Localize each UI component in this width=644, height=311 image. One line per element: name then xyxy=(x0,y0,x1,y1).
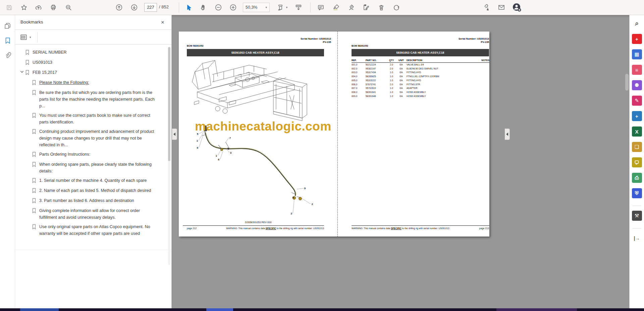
search-icon[interactable] xyxy=(63,2,74,13)
zoom-in-icon[interactable] xyxy=(227,2,239,13)
callout-number: 9 xyxy=(304,187,306,190)
bookmarks-options-menu[interactable]: ▾ xyxy=(20,33,35,42)
protect-icon[interactable]: ⛨ xyxy=(632,188,642,198)
page-number-input[interactable]: 227 xyxy=(144,3,157,12)
bookmarks-header: Bookmarks × xyxy=(15,15,171,30)
page-thumbnails-icon[interactable] xyxy=(0,18,15,33)
bookmark-icon xyxy=(32,128,36,136)
next-page-icon[interactable] xyxy=(128,2,140,13)
comments-tool-icon[interactable]: 🗩 xyxy=(632,157,642,167)
bookmark-item[interactable]: Use only original spare parts on Atlas C… xyxy=(15,223,171,237)
export-excel-icon[interactable]: X xyxy=(632,126,642,137)
bookmark-label: 1. Serial number of the machine 4. Quant… xyxy=(39,177,147,184)
callout-number: 2 xyxy=(312,203,313,206)
footer-rule xyxy=(352,225,489,226)
delete-icon[interactable] xyxy=(376,2,387,13)
bookmark-item[interactable]: FEB 15,2017 xyxy=(15,69,171,76)
chevron-down-icon[interactable] xyxy=(18,69,25,73)
bookmarks-scrollbar-thumb[interactable] xyxy=(168,47,170,161)
previous-page-icon[interactable] xyxy=(113,2,125,13)
bookmark-label: Parts Ordering Instructions: xyxy=(39,151,90,158)
table-row: 002.0953021472.0EAELBOW,90 DEG SWIVEL NU… xyxy=(352,67,489,71)
bom-number: BOM 58391053 xyxy=(352,45,368,47)
bookmarks-list: SERIAL NUMBERUS091013FEB 15,2017Please N… xyxy=(15,45,171,250)
callout-number: 7 xyxy=(229,137,231,140)
fit-page-icon[interactable]: ▾ xyxy=(275,2,290,13)
attachments-icon[interactable] xyxy=(0,48,15,63)
organize-pages-icon[interactable]: ❏ xyxy=(632,142,642,152)
bookmark-item[interactable]: You must use the correct parts book to m… xyxy=(15,112,171,125)
sign-pen-icon[interactable] xyxy=(346,2,357,13)
fill-sign-icon[interactable]: ✎ xyxy=(632,96,642,106)
collapse-right-panel-handle[interactable] xyxy=(505,128,510,140)
highlight-icon[interactable] xyxy=(331,2,342,13)
chevron-spacer xyxy=(18,49,25,50)
collapse-left-panel-handle[interactable] xyxy=(172,128,177,140)
scroll-mode-icon[interactable] xyxy=(293,2,304,13)
zoom-out-icon[interactable] xyxy=(213,2,224,13)
document-scrollbar-thumb[interactable] xyxy=(625,74,629,91)
bookmark-item[interactable]: 2. Name of each part as listed 5. Method… xyxy=(15,187,171,195)
bookmark-label: Be sure the parts list which you are ord… xyxy=(39,89,157,109)
more-tools-icon[interactable]: ⚒ xyxy=(632,211,642,221)
print-icon[interactable] xyxy=(48,2,59,13)
bookmark-label: FEB 15,2017 xyxy=(33,69,57,76)
bookmark-item[interactable]: SERIAL NUMBER xyxy=(15,49,171,56)
document-canvas[interactable]: Serial Number: US091013 PV-235 BOM 58391… xyxy=(172,15,629,309)
bookmarks-title: Bookmarks xyxy=(20,19,43,24)
bookmark-item[interactable]: 1. Serial number of the machine 4. Quant… xyxy=(15,177,171,185)
zoom-level-select[interactable]: 50,3%▾ xyxy=(243,3,270,12)
collapse-sidebar-icon[interactable]: |→ xyxy=(632,233,642,243)
technical-drawing xyxy=(179,32,338,237)
account-avatar[interactable] xyxy=(511,2,523,13)
bookmarks-icon[interactable] xyxy=(0,33,15,48)
bookmark-icon xyxy=(32,161,36,168)
bookmark-item[interactable]: Be sure the parts list which you are ord… xyxy=(15,89,171,109)
navigation-rail xyxy=(0,15,15,309)
taskbar-app-segment xyxy=(496,308,577,311)
select-tool-icon[interactable] xyxy=(183,2,195,13)
bookmark-label: Use only original spare parts on Atlas C… xyxy=(39,223,157,237)
rotate-icon[interactable] xyxy=(391,2,402,13)
close-icon[interactable]: × xyxy=(159,18,167,27)
sidebar-divider xyxy=(633,206,641,206)
bookmark-item[interactable]: US091013 xyxy=(15,59,171,66)
table-row: 007.0957026191.0EAADAPTER xyxy=(352,86,489,90)
footer-rule xyxy=(183,225,324,226)
request-signatures-icon[interactable]: ⚉ xyxy=(632,80,642,90)
bookmark-item[interactable]: When ordering spare parts, please clearl… xyxy=(15,161,171,174)
bookmark-label: US091013 xyxy=(33,59,52,66)
bookmark-item[interactable]: Please Note the Following: xyxy=(15,79,171,87)
save-icon[interactable] xyxy=(3,2,15,13)
page-212: Serial Number: US091013 PV-235 BOM 58391… xyxy=(179,32,338,237)
add-document-icon[interactable]: + xyxy=(632,111,642,121)
bookmark-item[interactable]: Parts Ordering Instructions: xyxy=(15,151,171,158)
share-link-icon[interactable] xyxy=(481,2,492,13)
hand-tool-icon[interactable] xyxy=(198,2,209,13)
bookmark-item[interactable]: 3. Part number as listed 6. Address and … xyxy=(15,197,171,205)
combine-files-icon[interactable]: ≡ xyxy=(632,65,642,75)
warning-text: WARNING: This manual contains data SPECI… xyxy=(226,227,324,229)
star-icon[interactable] xyxy=(18,2,30,13)
zoom-tools-icon[interactable]: ⌕ xyxy=(632,18,642,29)
toolbar-divider xyxy=(179,2,179,12)
comment-icon[interactable] xyxy=(315,2,326,13)
tools-sidebar: ⌕+▦≡⚉✎+X❏🗩⎙⛨⚒|→ xyxy=(629,15,644,309)
bookmarks-panel: Bookmarks × ▾ SERIAL NUMBERUS091013FEB 1… xyxy=(15,15,172,309)
bookmark-label: When ordering spare parts, please clearl… xyxy=(39,161,157,174)
table-row: 006.0576737412.0EAFITTNG,STR xyxy=(352,83,489,87)
toolbar-divider xyxy=(310,2,311,12)
print-production-icon[interactable]: ⎙ xyxy=(632,173,642,183)
share-upload-icon[interactable] xyxy=(33,2,44,13)
export-image-icon[interactable]: ▦ xyxy=(632,49,642,59)
warning-text: WARNING: This manual contains data SPECI… xyxy=(352,227,449,229)
email-icon[interactable] xyxy=(496,2,507,13)
page-spread: Serial Number: US091013 PV-235 BOM 58391… xyxy=(179,32,489,237)
create-pdf-icon[interactable]: + xyxy=(632,34,642,44)
bookmark-item[interactable]: Giving complete information will allow f… xyxy=(15,207,171,221)
page-number-label: page 213 xyxy=(479,227,489,229)
bookmark-item[interactable]: Continuing product improvement and advan… xyxy=(15,128,171,148)
chevron-down-icon: ▾ xyxy=(286,6,288,9)
bookmark-icon xyxy=(25,49,30,56)
fill-sign-icon[interactable] xyxy=(360,2,372,13)
